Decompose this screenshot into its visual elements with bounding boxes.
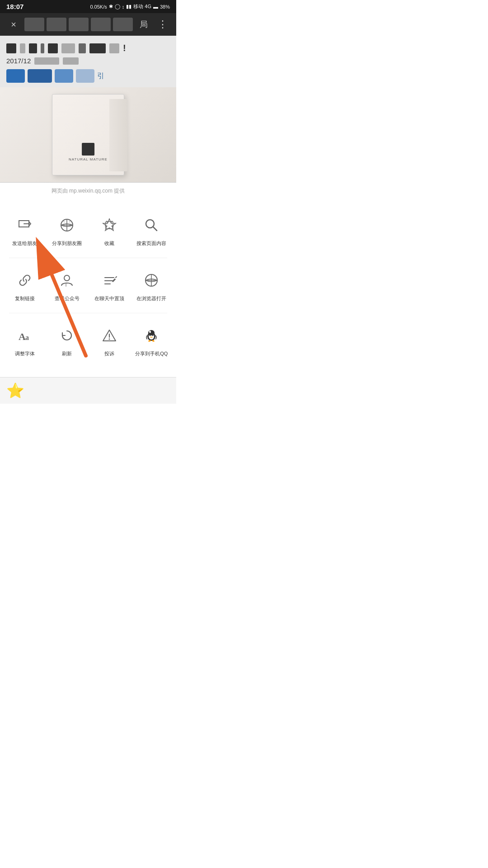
action-copy-link[interactable]: 复制链接 bbox=[4, 265, 46, 306]
layout-icon: 局 bbox=[136, 16, 152, 33]
share-moments-label: 分享到朋友圈 bbox=[52, 240, 82, 247]
svg-point-6 bbox=[64, 275, 70, 281]
collect-label: 收藏 bbox=[104, 240, 114, 247]
title-block-7 bbox=[79, 43, 86, 53]
pin-chat-label: 在聊天中置顶 bbox=[94, 295, 124, 302]
more-button[interactable]: ⋮ bbox=[155, 16, 171, 33]
action-search-page[interactable]: 搜索页面内容 bbox=[131, 210, 173, 250]
action-share-qq[interactable]: 分享到手机QQ bbox=[131, 321, 173, 361]
sub-block-1 bbox=[34, 57, 59, 65]
copy-link-label: 复制链接 bbox=[15, 295, 35, 302]
carrier-text: 移动 4G bbox=[133, 3, 151, 10]
battery-icon: ▬ bbox=[153, 4, 158, 9]
exclamation: ! bbox=[123, 43, 126, 53]
tab-thumb-1[interactable] bbox=[24, 18, 44, 31]
pin-chat-icon bbox=[98, 269, 121, 292]
star-icon: ⭐ bbox=[6, 382, 24, 399]
preview-subtitle-area: 2017/12 bbox=[6, 57, 170, 65]
close-button[interactable]: × bbox=[5, 16, 22, 33]
alarm-icon: ◯ bbox=[115, 4, 120, 9]
status-bar: 18:07 0.05K/s ✱ ◯ ↕ ▮▮ 移动 4G ▬ 38% bbox=[0, 0, 176, 13]
refresh-icon bbox=[56, 324, 78, 347]
action-row-2: 复制链接 查看公众号 bbox=[0, 258, 176, 313]
product-box: NATURAL MATURE bbox=[52, 94, 124, 175]
prev-btn-2[interactable] bbox=[28, 69, 52, 83]
title-block-3 bbox=[29, 43, 37, 53]
prev-nav-arrow: 引 bbox=[97, 71, 104, 81]
action-grid: 发送给朋友 分享到朋友圈 bbox=[0, 198, 176, 377]
title-block-2 bbox=[20, 43, 25, 53]
adjust-font-label: 调整字体 bbox=[15, 350, 35, 357]
svg-text:a: a bbox=[25, 334, 29, 341]
action-share-moments[interactable]: 分享到朋友圈 bbox=[46, 210, 89, 250]
network-speed: 0.05K/s bbox=[90, 4, 107, 9]
action-view-account[interactable]: 查看公众号 bbox=[46, 265, 89, 306]
svg-line-11 bbox=[116, 277, 117, 278]
product-image: NATURAL MATURE bbox=[0, 87, 176, 182]
send-friend-label: 发送给朋友 bbox=[12, 240, 37, 247]
prev-btn-1[interactable] bbox=[6, 69, 25, 83]
share-moments-icon bbox=[56, 214, 78, 236]
sub-block-2 bbox=[63, 57, 79, 65]
tab-thumb-5[interactable] bbox=[113, 18, 133, 31]
view-account-icon bbox=[56, 269, 78, 292]
action-open-browser[interactable]: 在浏览器打开 bbox=[131, 265, 173, 306]
svg-rect-7 bbox=[65, 283, 67, 287]
report-label: 投诉 bbox=[104, 350, 114, 357]
signal-icon: ↕ bbox=[122, 4, 125, 9]
report-icon bbox=[98, 324, 121, 347]
preview-buttons: 引 bbox=[6, 69, 170, 83]
action-row-3: A a 调整字体 刷新 bbox=[0, 313, 176, 368]
action-adjust-font[interactable]: A a 调整字体 bbox=[4, 321, 46, 361]
share-qq-label: 分享到手机QQ bbox=[135, 350, 168, 357]
source-text: 网页由 mp.weixin.qq.com 提供 bbox=[0, 183, 176, 198]
action-pin-chat[interactable]: 在聊天中置顶 bbox=[88, 265, 131, 306]
title-block-1 bbox=[6, 43, 16, 53]
send-friend-icon bbox=[14, 214, 36, 236]
open-browser-label: 在浏览器打开 bbox=[136, 295, 166, 302]
logo-icon bbox=[82, 143, 94, 156]
prev-btn-3[interactable] bbox=[55, 69, 73, 83]
title-block-5 bbox=[48, 43, 58, 53]
copy-link-icon bbox=[14, 269, 36, 292]
product-logo-area: NATURAL MATURE bbox=[69, 143, 108, 161]
status-right: 0.05K/s ✱ ◯ ↕ ▮▮ 移动 4G ▬ 38% bbox=[90, 3, 170, 10]
svg-line-5 bbox=[153, 227, 157, 231]
action-row-1: 发送给朋友 分享到朋友圈 bbox=[0, 203, 176, 258]
preview-date: 2017/12 bbox=[6, 57, 31, 65]
action-send-friend[interactable]: 发送给朋友 bbox=[4, 210, 46, 250]
prev-btn-4[interactable] bbox=[76, 69, 94, 83]
open-browser-icon bbox=[140, 269, 163, 292]
refresh-label: 刷新 bbox=[62, 350, 72, 357]
svg-point-18 bbox=[108, 339, 110, 340]
tab-thumb-2[interactable] bbox=[47, 18, 66, 31]
share-qq-icon bbox=[140, 324, 163, 347]
svg-text:A: A bbox=[19, 331, 26, 342]
preview-title-area: ! bbox=[6, 43, 170, 53]
tab-thumb-4[interactable] bbox=[91, 18, 111, 31]
action-collect[interactable]: 收藏 bbox=[88, 210, 131, 250]
collect-icon bbox=[98, 214, 121, 236]
status-time: 18:07 bbox=[6, 3, 23, 10]
bluetooth-icon: ✱ bbox=[109, 4, 113, 9]
tab-thumbnails bbox=[24, 18, 133, 31]
search-page-label: 搜索页面内容 bbox=[136, 240, 166, 247]
action-report[interactable]: 投诉 bbox=[88, 321, 131, 361]
title-block-8 bbox=[89, 43, 106, 53]
signal-bars: ▮▮ bbox=[126, 4, 131, 9]
action-refresh[interactable]: 刷新 bbox=[46, 321, 89, 361]
svg-point-27 bbox=[148, 330, 155, 335]
battery-percent: 38% bbox=[160, 4, 170, 9]
title-block-9 bbox=[109, 43, 119, 53]
title-block-6 bbox=[61, 43, 75, 53]
tab-thumb-3[interactable] bbox=[69, 18, 89, 31]
view-account-label: 查看公众号 bbox=[55, 295, 80, 302]
adjust-font-icon: A a bbox=[14, 324, 36, 347]
content-preview: ! 2017/12 引 bbox=[0, 36, 176, 87]
nav-bar: × 局 ⋮ bbox=[0, 13, 176, 36]
bottom-bar: ⭐ bbox=[0, 377, 176, 404]
search-page-icon bbox=[140, 214, 163, 236]
product-logo-text: NATURAL MATURE bbox=[69, 157, 108, 161]
title-block-4 bbox=[41, 43, 44, 53]
